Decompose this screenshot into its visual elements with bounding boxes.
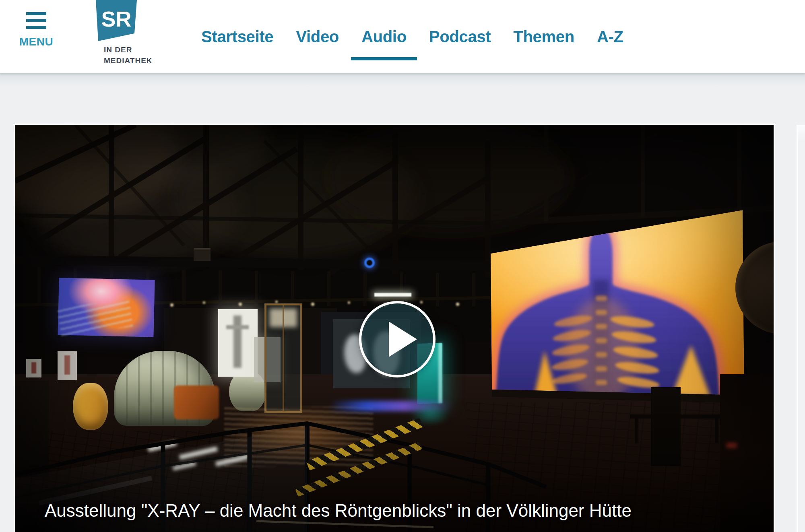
main-nav: Startseite Video Audio Podcast Themen A-…: [201, 0, 623, 73]
site-header: MENU SR IN DER MEDIATHEK Startseite Vide…: [0, 0, 805, 73]
hamburger-icon: [26, 12, 46, 29]
sr-logo-tagline: IN DER MEDIATHEK: [104, 44, 153, 66]
nav-item-startseite[interactable]: Startseite: [201, 0, 273, 73]
nav-item-themen[interactable]: Themen: [513, 0, 574, 73]
nav-item-podcast[interactable]: Podcast: [429, 0, 491, 73]
hero-teaser[interactable]: Ausstellung "X-RAY – die Macht des Röntg…: [15, 125, 774, 532]
play-icon: [389, 322, 417, 357]
sr-logo-initials: SR: [101, 7, 131, 31]
next-teaser-peek[interactable]: [797, 125, 805, 532]
nav-item-a-z[interactable]: A-Z: [597, 0, 623, 73]
nav-item-video[interactable]: Video: [296, 0, 339, 73]
hero-caption: Ausstellung "X-RAY – die Macht des Röntg…: [45, 501, 765, 521]
sr-logo-mark: SR: [95, 0, 139, 42]
menu-button-label: MENU: [19, 35, 53, 48]
menu-button[interactable]: MENU: [18, 10, 55, 63]
nav-item-audio[interactable]: Audio: [361, 0, 407, 73]
sr-logo[interactable]: SR IN DER MEDIATHEK: [95, 0, 163, 68]
play-button[interactable]: [359, 301, 436, 377]
